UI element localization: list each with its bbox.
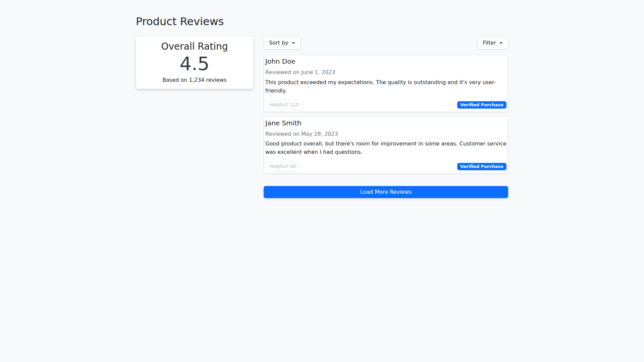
verified-purchase-badge: Verified Purchase	[457, 101, 506, 109]
load-more-reviews-button[interactable]: Load More Reviews	[264, 186, 508, 198]
chevron-down-icon	[499, 42, 503, 44]
helpful-button[interactable]: Helpful? (12)	[265, 100, 304, 110]
filter-label: Filter	[483, 39, 496, 47]
review-date: Reviewed on June 1, 2023	[265, 69, 506, 76]
review-body-text: This product exceeded my expectations. T…	[265, 78, 506, 95]
sort-by-button[interactable]: Sort by	[264, 37, 301, 49]
page-title: Product Reviews	[136, 15, 508, 28]
rating-count-text: Based on 1,234 reviews	[141, 76, 248, 84]
review-footer: Helpful? (12) Verified Purchase	[265, 100, 506, 111]
rating-score: 4.5	[141, 55, 248, 72]
review-date: Reviewed on May 28, 2023	[265, 130, 506, 138]
review-author: John Doe	[265, 57, 506, 66]
chevron-down-icon	[292, 42, 295, 44]
filter-button[interactable]: Filter	[477, 37, 508, 49]
content-row: Overall Rating 4.5 Based on 1,234 review…	[136, 37, 508, 198]
sort-by-label: Sort by	[269, 39, 288, 47]
reviews-column: Sort by Filter John Doe Reviewed on June…	[264, 37, 508, 198]
helpful-button[interactable]: Helpful? (8)	[265, 162, 301, 172]
overall-rating-card: Overall Rating 4.5 Based on 1,234 review…	[136, 37, 253, 89]
verified-purchase-badge: Verified Purchase	[457, 163, 506, 170]
review-author: Jane Smith	[265, 119, 506, 127]
reviews-toolbar: Sort by Filter	[264, 37, 508, 49]
rating-column: Overall Rating 4.5 Based on 1,234 review…	[136, 37, 253, 89]
page-container: Product Reviews Overall Rating 4.5 Based…	[136, 0, 508, 198]
review-footer: Helpful? (8) Verified Purchase	[265, 162, 506, 172]
review-card: John Doe Reviewed on June 1, 2023 This p…	[264, 55, 508, 112]
review-body-text: Good product overall, but there's room f…	[265, 140, 506, 157]
review-card: Jane Smith Reviewed on May 28, 2023 Good…	[264, 117, 508, 174]
overall-rating-heading: Overall Rating	[141, 41, 248, 52]
